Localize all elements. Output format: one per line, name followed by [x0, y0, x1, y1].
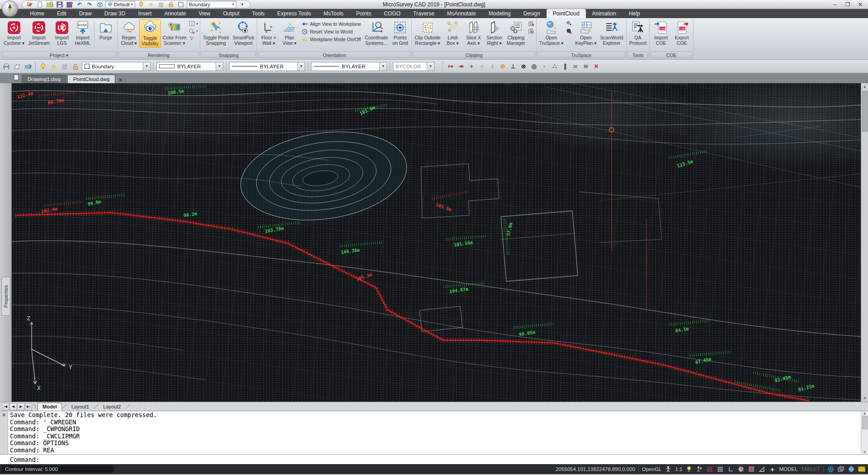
layer-select[interactable]: Boundary ▼: [82, 62, 151, 71]
crosshair-toggle-icon[interactable]: +: [769, 466, 776, 473]
renderer-label[interactable]: OpenGL: [642, 466, 661, 472]
menu-traverse[interactable]: Traverse: [407, 9, 441, 18]
close-tab-icon[interactable]: ✕: [118, 77, 123, 83]
snap-apparent-intersection-icon[interactable]: ⊘: [498, 62, 508, 71]
ucs-toggle-icon[interactable]: [727, 466, 734, 473]
scroll-down-icon[interactable]: ▼: [863, 395, 867, 402]
mail-icon[interactable]: [858, 466, 865, 473]
menu-points[interactable]: Points: [350, 9, 377, 18]
snap-none-icon[interactable]: ✕: [591, 62, 601, 71]
coordinates-readout[interactable]: 2055054.101,13822478.890,0.000: [556, 466, 635, 472]
workplane-mode-button[interactable]: Workplane Mode On/Off: [302, 36, 361, 43]
annotation-visibility-icon[interactable]: [685, 466, 693, 473]
clip-settings-button[interactable]: [528, 28, 534, 34]
plot-icon[interactable]: [2, 62, 11, 71]
plan-view-button[interactable]: Plan View ▾: [279, 19, 300, 47]
snap-tangent-icon[interactable]: ⊗: [519, 62, 528, 71]
menu-cogo[interactable]: COGO: [377, 9, 407, 18]
rendering-hide-points-button[interactable]: ▾: [189, 28, 198, 34]
snap-nearest-icon[interactable]: ≋: [581, 62, 591, 71]
tab-model[interactable]: Model: [38, 403, 62, 411]
clip-outside-rectangle-button[interactable]: Clip Outside Rectangle ▾: [413, 19, 442, 47]
command-input[interactable]: Command:: [0, 454, 868, 464]
color-select[interactable]: BYLAYER ▼: [156, 62, 223, 71]
canvas-scrollbar[interactable]: ▲ ▼: [861, 83, 868, 402]
menu-mstools[interactable]: MsTools: [317, 9, 350, 18]
globe-online-icon[interactable]: [848, 466, 855, 473]
close-command-icon[interactable]: ✕: [0, 411, 8, 418]
snap-center-icon[interactable]: ◎: [529, 62, 539, 71]
annotation-scale[interactable]: 1:1: [675, 466, 682, 472]
tablet-toggle[interactable]: TABLET: [801, 466, 820, 472]
grid-display-icon[interactable]: [706, 466, 713, 473]
export-coe-button[interactable]: COE Export COE: [671, 19, 692, 47]
clip-delete-button[interactable]: [528, 21, 534, 27]
truspace-mute-button[interactable]: [566, 28, 572, 34]
coordinate-systems-button[interactable]: Coordinate Systems...: [363, 19, 390, 47]
cascade-windows-icon[interactable]: [837, 466, 844, 473]
menu-edit[interactable]: Edit: [51, 9, 73, 18]
menu-annotate[interactable]: Annotate: [158, 9, 192, 18]
import-hexml-button[interactable]: HXML Import HeXML: [72, 19, 93, 47]
tab-pointcloud[interactable]: PointCloud.dwg: [67, 75, 116, 83]
annotation-person-icon[interactable]: [665, 466, 672, 473]
menu-tools[interactable]: Tools: [245, 9, 271, 18]
menu-modeling[interactable]: Modeling: [482, 9, 517, 18]
snap-perpendicular-icon[interactable]: ⊥: [508, 62, 518, 71]
group-label-project[interactable]: Project ▾: [2, 52, 116, 58]
truspace-pick-button[interactable]: [566, 21, 572, 27]
scanworld-explorer-button[interactable]: ScanWorld Explorer: [598, 19, 625, 47]
last-layout-button[interactable]: ▶|: [25, 403, 32, 410]
smartpick-viewport-button[interactable]: SmartPick Viewport: [231, 19, 256, 47]
plot-preview-icon[interactable]: [13, 62, 22, 71]
tab-drawing1[interactable]: Drawing1.dwg: [22, 75, 66, 83]
snap-parallel-icon[interactable]: ∥: [560, 62, 570, 71]
points-on-grid-button[interactable]: Points on Grid: [390, 19, 410, 47]
snap-extension-icon[interactable]: ≍: [571, 62, 580, 71]
layer-on-icon[interactable]: [38, 62, 47, 71]
slice-x-axis-button[interactable]: Slice X Axis ▾: [463, 19, 484, 47]
snap-node-icon[interactable]: ·: [539, 62, 549, 71]
purge-button[interactable]: Purge: [95, 19, 116, 42]
layer-lock-icon[interactable]: [71, 62, 80, 71]
align-view-workplane-button[interactable]: Align View to Workplane: [302, 21, 361, 27]
import-lgs-button[interactable]: Import LGS: [52, 19, 72, 47]
import-cyclone-button[interactable]: Import Cyclone ▾: [2, 19, 26, 47]
import-coe-button[interactable]: COE Import COE: [651, 19, 671, 47]
import-jetstream-button[interactable]: Import JetStream: [26, 19, 52, 47]
menu-design[interactable]: Design: [517, 9, 547, 18]
command-history[interactable]: Save Complete. 20 files were compressed.…: [8, 411, 861, 454]
linetype-select[interactable]: BYLAYER ▼: [229, 62, 305, 71]
limit-box-button[interactable]: Limit Box ▾: [442, 19, 463, 47]
snap-tracking-icon[interactable]: ↦: [446, 62, 456, 71]
menu-pointcloud[interactable]: PointCloud: [547, 9, 586, 18]
layer-freeze-icon[interactable]: ✳: [49, 62, 58, 71]
scroll-up-icon[interactable]: ▲: [863, 83, 867, 90]
regen-cloud-button[interactable]: Regen Cloud ▾: [118, 19, 139, 47]
menu-express-tools[interactable]: Express Tools: [271, 9, 317, 18]
menu-help[interactable]: Help: [623, 9, 646, 18]
cmd-scroll-down-icon[interactable]: ▼: [863, 450, 867, 454]
cmd-scroll-up-icon[interactable]: ▲: [863, 411, 867, 415]
properties-panel-tab[interactable]: Properties: [1, 277, 10, 316]
publish-icon[interactable]: [24, 62, 33, 71]
close-button[interactable]: ✕: [857, 1, 863, 8]
snap-midpoint-icon[interactable]: ○: [477, 62, 487, 71]
menu-draw-3d[interactable]: Draw 3D: [98, 9, 132, 18]
color-from-scanner-button[interactable]: Color From Scanner ▾: [161, 19, 189, 47]
command-scrollbar[interactable]: ▲ ▼: [861, 411, 868, 454]
menu-draw[interactable]: Draw: [73, 9, 98, 18]
toggle-point-snapping-button[interactable]: Toggle Point Snapping: [201, 19, 231, 47]
menu-output[interactable]: Output: [217, 9, 245, 18]
polar-tracking-icon[interactable]: [737, 466, 745, 473]
osnap-toggle-icon[interactable]: [748, 466, 755, 473]
menu-animation[interactable]: Animation: [586, 9, 623, 18]
open-truspace-button[interactable]: Open TruSpace ▾: [538, 19, 565, 47]
snap-endpoint-icon[interactable]: +: [467, 62, 476, 71]
snap-grid-icon[interactable]: [717, 466, 724, 473]
restore-button[interactable]: ❐: [844, 1, 851, 8]
menu-view[interactable]: View: [192, 9, 217, 18]
next-layout-button[interactable]: ▶: [17, 403, 24, 410]
minimize-button[interactable]: ─: [832, 1, 838, 8]
scroll-thumb[interactable]: [862, 91, 868, 132]
